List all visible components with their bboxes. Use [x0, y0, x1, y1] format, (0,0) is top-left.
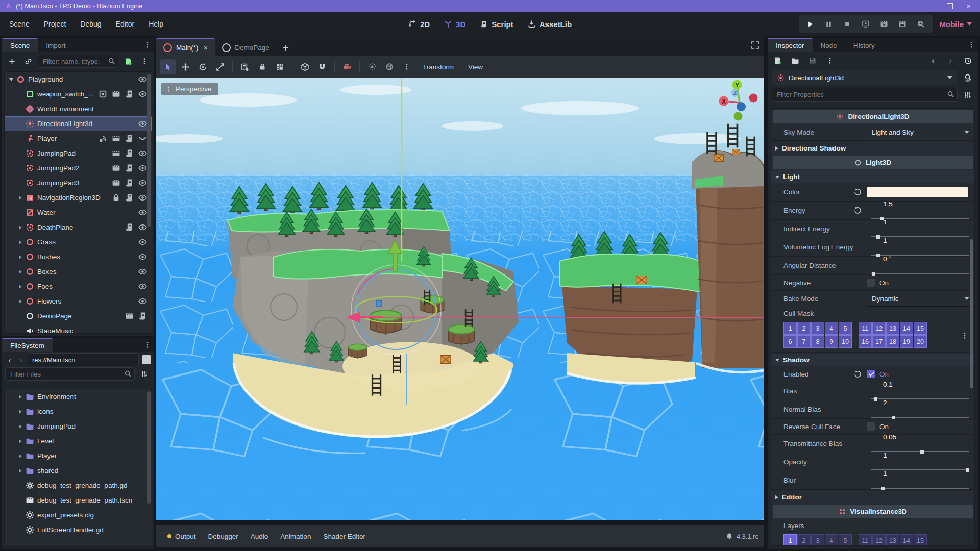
- tab-scene[interactable]: Scene: [2, 38, 38, 52]
- unique-name-icon[interactable]: [99, 90, 107, 98]
- menu-editor[interactable]: Editor: [111, 17, 140, 31]
- color-picker-swatch[interactable]: [867, 187, 968, 197]
- tree-row-jumpingpad2[interactable]: JumpingPad2: [5, 161, 152, 176]
- layer-cell-3[interactable]: 3: [811, 534, 824, 546]
- new-resource-button[interactable]: [772, 55, 784, 67]
- load-resource-button[interactable]: [789, 55, 801, 67]
- layer-cell-10[interactable]: 10: [839, 335, 852, 348]
- eye-icon[interactable]: [138, 208, 147, 217]
- layer-cell-11[interactable]: 11: [859, 534, 872, 546]
- scale-mode-button[interactable]: [212, 59, 228, 74]
- eye-icon[interactable]: [138, 90, 147, 98]
- layer-cell-12[interactable]: 12: [872, 322, 886, 335]
- layer-cell-1[interactable]: 1: [783, 534, 797, 546]
- add-node-button[interactable]: [5, 55, 18, 68]
- tree-row-water[interactable]: Water: [5, 205, 152, 220]
- curve-icon[interactable]: [138, 134, 147, 143]
- eye-icon[interactable]: [138, 193, 147, 202]
- layer-cell-20[interactable]: 20: [914, 335, 927, 348]
- layer-cell-7[interactable]: 7: [797, 335, 811, 348]
- history-back-button[interactable]: ‹: [5, 354, 14, 365]
- negative-checkbox[interactable]: [867, 279, 875, 287]
- tree-row-weapon-switch[interactable]: weapon_switch_...: [5, 87, 152, 102]
- movie-icon[interactable]: [112, 134, 120, 143]
- eye-icon[interactable]: [138, 223, 147, 232]
- file-sort-button[interactable]: [138, 367, 151, 381]
- close-tab-icon[interactable]: ×: [204, 43, 208, 52]
- stop-button[interactable]: [841, 17, 854, 31]
- toggle-split-mode-button[interactable]: [142, 355, 151, 364]
- revert-icon[interactable]: [854, 188, 862, 196]
- grid-menu-icon[interactable]: [961, 544, 968, 546]
- node-selector[interactable]: DirectionalLight3d: [772, 70, 958, 85]
- file-row-jumpingpad[interactable]: JumpingPad: [5, 419, 152, 434]
- bake-mode-dropdown[interactable]: Dynamic: [867, 291, 974, 307]
- layer-cell-6[interactable]: 6: [783, 335, 797, 348]
- view-menu[interactable]: View: [462, 61, 489, 73]
- lock-node-button[interactable]: [255, 59, 270, 74]
- tree-row-deathplane[interactable]: DeathPlane: [5, 220, 152, 235]
- eye-icon[interactable]: [138, 253, 147, 261]
- reverse-cull-face-checkbox[interactable]: [867, 422, 875, 431]
- file-tree-scrollbar[interactable]: [147, 391, 151, 504]
- tree-row-jumpingpad[interactable]: JumpingPad: [5, 146, 152, 161]
- workspace-2d[interactable]: 2D: [408, 20, 430, 29]
- property-tools-button[interactable]: [962, 89, 974, 101]
- scene-tree-menu-button[interactable]: [138, 55, 151, 68]
- transform-menu[interactable]: Transform: [416, 61, 460, 73]
- local-space-button[interactable]: [297, 59, 312, 74]
- file-row-debug-tscn[interactable]: debug_test_grenade_path.tscn: [5, 493, 152, 508]
- revert-icon[interactable]: [854, 207, 862, 214]
- tree-row-directionallight3d[interactable]: DirectionalLight3d: [5, 116, 152, 131]
- file-row-debug-gd[interactable]: debug_test_grenade_path.gd: [5, 478, 152, 493]
- tree-row-foes[interactable]: Foes: [5, 279, 152, 294]
- lock-icon[interactable]: [112, 193, 120, 202]
- panel-menu-icon[interactable]: [968, 41, 975, 48]
- bell-icon[interactable]: [726, 533, 733, 540]
- eye-icon[interactable]: [138, 164, 147, 172]
- layer-cell-14[interactable]: 14: [900, 322, 913, 335]
- movie-icon[interactable]: [112, 164, 120, 172]
- layer-cell-4[interactable]: 4: [825, 322, 838, 335]
- group-node-button[interactable]: [272, 59, 287, 74]
- remote-play-button[interactable]: [859, 17, 872, 31]
- bottom-tab-audio[interactable]: Audio: [244, 530, 275, 543]
- layer-cell-5[interactable]: 5: [839, 322, 852, 335]
- 3d-viewport[interactable]: Z Y X Perspective: [156, 78, 764, 520]
- movie-maker-button[interactable]: [914, 17, 927, 31]
- snap-toggle-button[interactable]: [314, 59, 330, 74]
- scene-filter-input[interactable]: [38, 55, 118, 68]
- history-forward-button[interactable]: ›: [16, 354, 26, 365]
- eye-icon[interactable]: [138, 119, 147, 128]
- script-icon[interactable]: [125, 179, 134, 187]
- save-resource-button[interactable]: [806, 55, 819, 67]
- rotate-mode-button[interactable]: [195, 59, 210, 74]
- section-light[interactable]: Light: [771, 170, 974, 183]
- fold-directional-shadow[interactable]: Directional Shadow: [771, 142, 974, 155]
- enabled-checkbox[interactable]: [867, 370, 875, 378]
- tree-row-stagemusic[interactable]: StageMusic: [5, 323, 152, 334]
- run-target-selector[interactable]: Mobile: [940, 20, 972, 29]
- eye-icon[interactable]: [138, 149, 147, 158]
- file-row-level[interactable]: Level: [5, 434, 152, 448]
- layer-cell-11[interactable]: 11: [859, 322, 872, 335]
- projection-selector[interactable]: Perspective: [161, 83, 218, 95]
- tree-row-flowers[interactable]: Flowers: [5, 294, 152, 309]
- eye-icon[interactable]: [138, 267, 147, 276]
- tab-history[interactable]: History: [845, 39, 883, 52]
- file-row-icons[interactable]: icons: [5, 404, 152, 419]
- new-scene-tab-button[interactable]: +: [277, 40, 295, 56]
- layer-cell-4[interactable]: 4: [825, 534, 838, 546]
- file-row-player[interactable]: Player: [5, 448, 152, 463]
- layer-cell-8[interactable]: 8: [811, 335, 824, 348]
- attach-script-button[interactable]: [121, 55, 135, 68]
- tree-row-worldenvironment[interactable]: WorldEnvironment: [5, 102, 152, 116]
- play-button[interactable]: [804, 17, 817, 31]
- layer-cell-2[interactable]: 2: [797, 322, 811, 335]
- tab-import[interactable]: Import: [38, 39, 74, 52]
- script-icon[interactable]: [138, 312, 147, 320]
- inspector-scrollbar[interactable]: [970, 239, 973, 388]
- move-mode-button[interactable]: [178, 59, 193, 74]
- sky-mode-dropdown[interactable]: Light and Sky: [867, 124, 974, 140]
- fullscreen-toggle-icon[interactable]: [751, 41, 760, 49]
